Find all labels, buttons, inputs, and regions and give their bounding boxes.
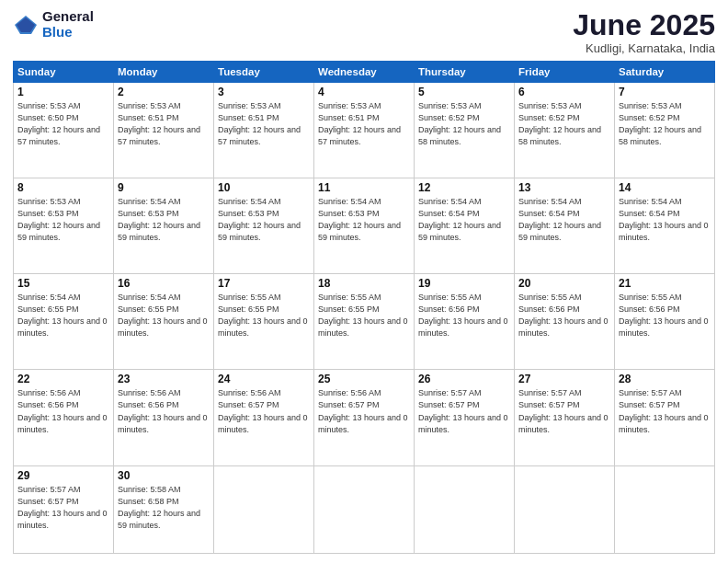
calendar-cell: 16Sunrise: 5:54 AMSunset: 6:55 PMDayligh…	[114, 274, 214, 370]
col-saturday: Saturday	[615, 62, 715, 83]
day-info: Sunrise: 5:54 AMSunset: 6:55 PMDaylight:…	[118, 293, 208, 338]
calendar-cell: 28Sunrise: 5:57 AMSunset: 6:57 PMDayligh…	[615, 370, 715, 465]
calendar-cell: 22Sunrise: 5:56 AMSunset: 6:56 PMDayligh…	[14, 370, 114, 465]
day-number: 5	[418, 86, 510, 98]
col-monday: Monday	[114, 62, 214, 83]
day-info: Sunrise: 5:56 AMSunset: 6:56 PMDaylight:…	[118, 388, 208, 433]
calendar-cell: 7Sunrise: 5:53 AMSunset: 6:52 PMDaylight…	[615, 83, 715, 178]
day-info: Sunrise: 5:57 AMSunset: 6:57 PMDaylight:…	[518, 388, 609, 433]
calendar-cell: 20Sunrise: 5:55 AMSunset: 6:56 PMDayligh…	[515, 274, 615, 370]
calendar-week-5: 29Sunrise: 5:57 AMSunset: 6:57 PMDayligh…	[14, 465, 715, 554]
day-number: 27	[518, 373, 610, 385]
col-tuesday: Tuesday	[214, 62, 314, 83]
calendar-cell	[615, 465, 715, 554]
calendar-cell: 19Sunrise: 5:55 AMSunset: 6:56 PMDayligh…	[415, 274, 515, 370]
day-info: Sunrise: 5:53 AMSunset: 6:52 PMDaylight:…	[418, 101, 501, 146]
calendar-cell	[214, 465, 314, 554]
day-number: 1	[17, 86, 109, 98]
calendar-cell: 8Sunrise: 5:53 AMSunset: 6:53 PMDaylight…	[14, 178, 114, 274]
logo-blue-text: Blue	[42, 25, 94, 40]
day-number: 23	[118, 373, 210, 385]
day-info: Sunrise: 5:54 AMSunset: 6:53 PMDaylight:…	[318, 197, 401, 242]
day-info: Sunrise: 5:54 AMSunset: 6:53 PMDaylight:…	[218, 197, 301, 242]
day-info: Sunrise: 5:55 AMSunset: 6:55 PMDaylight:…	[318, 293, 408, 338]
day-info: Sunrise: 5:54 AMSunset: 6:53 PMDaylight:…	[118, 197, 200, 242]
calendar-cell: 6Sunrise: 5:53 AMSunset: 6:52 PMDaylight…	[515, 83, 615, 178]
calendar-cell: 12Sunrise: 5:54 AMSunset: 6:54 PMDayligh…	[415, 178, 515, 274]
calendar-cell: 26Sunrise: 5:57 AMSunset: 6:57 PMDayligh…	[415, 370, 515, 465]
day-number: 20	[518, 277, 610, 290]
day-info: Sunrise: 5:55 AMSunset: 6:55 PMDaylight:…	[218, 293, 308, 338]
calendar-cell: 3Sunrise: 5:53 AMSunset: 6:51 PMDaylight…	[214, 83, 314, 178]
col-sunday: Sunday	[14, 62, 114, 83]
day-number: 6	[518, 86, 610, 98]
calendar-cell: 4Sunrise: 5:53 AMSunset: 6:51 PMDaylight…	[314, 83, 415, 178]
day-number: 26	[418, 373, 510, 385]
header-row: Sunday Monday Tuesday Wednesday Thursday…	[14, 62, 715, 83]
calendar-cell: 9Sunrise: 5:54 AMSunset: 6:53 PMDaylight…	[114, 178, 214, 274]
day-info: Sunrise: 5:57 AMSunset: 6:57 PMDaylight:…	[17, 485, 108, 530]
day-number: 22	[17, 373, 109, 385]
day-info: Sunrise: 5:56 AMSunset: 6:57 PMDaylight:…	[318, 388, 408, 433]
calendar-cell	[314, 465, 415, 554]
calendar-cell: 30Sunrise: 5:58 AMSunset: 6:58 PMDayligh…	[114, 465, 214, 554]
day-number: 4	[318, 86, 410, 98]
day-number: 19	[418, 277, 510, 290]
day-info: Sunrise: 5:55 AMSunset: 6:56 PMDaylight:…	[619, 293, 709, 338]
calendar-cell: 29Sunrise: 5:57 AMSunset: 6:57 PMDayligh…	[14, 465, 114, 554]
day-info: Sunrise: 5:54 AMSunset: 6:55 PMDaylight:…	[17, 293, 108, 338]
day-info: Sunrise: 5:53 AMSunset: 6:53 PMDaylight:…	[17, 197, 100, 242]
calendar-cell: 13Sunrise: 5:54 AMSunset: 6:54 PMDayligh…	[515, 178, 615, 274]
day-number: 28	[619, 373, 711, 385]
day-number: 25	[318, 373, 410, 385]
day-number: 7	[619, 86, 711, 98]
day-info: Sunrise: 5:54 AMSunset: 6:54 PMDaylight:…	[518, 197, 601, 242]
calendar-week-2: 8Sunrise: 5:53 AMSunset: 6:53 PMDaylight…	[14, 178, 715, 274]
title-section: June 2025 Kudligi, Karnataka, India	[573, 9, 715, 55]
calendar-cell: 1Sunrise: 5:53 AMSunset: 6:50 PMDaylight…	[14, 83, 114, 178]
calendar-cell: 15Sunrise: 5:54 AMSunset: 6:55 PMDayligh…	[14, 274, 114, 370]
calendar-cell: 25Sunrise: 5:56 AMSunset: 6:57 PMDayligh…	[314, 370, 415, 465]
day-number: 29	[17, 469, 109, 482]
logo-general-text: General	[42, 9, 94, 25]
calendar-cell: 10Sunrise: 5:54 AMSunset: 6:53 PMDayligh…	[214, 178, 314, 274]
logo-icon	[13, 12, 39, 38]
day-number: 14	[619, 181, 711, 194]
day-info: Sunrise: 5:54 AMSunset: 6:54 PMDaylight:…	[619, 197, 709, 242]
calendar-cell	[515, 465, 615, 554]
calendar-cell: 14Sunrise: 5:54 AMSunset: 6:54 PMDayligh…	[615, 178, 715, 274]
day-number: 8	[17, 181, 109, 194]
top-section: General Blue June 2025 Kudligi, Karnatak…	[13, 9, 715, 55]
day-info: Sunrise: 5:53 AMSunset: 6:51 PMDaylight:…	[118, 101, 200, 146]
calendar-week-3: 15Sunrise: 5:54 AMSunset: 6:55 PMDayligh…	[14, 274, 715, 370]
day-number: 3	[218, 86, 310, 98]
day-number: 17	[218, 277, 310, 290]
calendar-cell: 2Sunrise: 5:53 AMSunset: 6:51 PMDaylight…	[114, 83, 214, 178]
day-number: 11	[318, 181, 410, 194]
day-info: Sunrise: 5:53 AMSunset: 6:52 PMDaylight:…	[518, 101, 601, 146]
day-number: 24	[218, 373, 310, 385]
logo: General Blue	[13, 9, 94, 40]
calendar-week-1: 1Sunrise: 5:53 AMSunset: 6:50 PMDaylight…	[14, 83, 715, 178]
day-info: Sunrise: 5:54 AMSunset: 6:54 PMDaylight:…	[418, 197, 501, 242]
page: General Blue June 2025 Kudligi, Karnatak…	[0, 0, 728, 563]
day-info: Sunrise: 5:57 AMSunset: 6:57 PMDaylight:…	[418, 388, 508, 433]
day-number: 30	[118, 469, 210, 482]
day-number: 15	[17, 277, 109, 290]
day-number: 9	[118, 181, 210, 194]
day-info: Sunrise: 5:53 AMSunset: 6:51 PMDaylight:…	[318, 101, 401, 146]
day-number: 13	[518, 181, 610, 194]
col-friday: Friday	[515, 62, 615, 83]
day-number: 2	[118, 86, 210, 98]
calendar-week-4: 22Sunrise: 5:56 AMSunset: 6:56 PMDayligh…	[14, 370, 715, 465]
day-info: Sunrise: 5:53 AMSunset: 6:50 PMDaylight:…	[17, 101, 100, 146]
day-number: 18	[318, 277, 410, 290]
calendar-cell: 23Sunrise: 5:56 AMSunset: 6:56 PMDayligh…	[114, 370, 214, 465]
calendar-cell: 17Sunrise: 5:55 AMSunset: 6:55 PMDayligh…	[214, 274, 314, 370]
col-wednesday: Wednesday	[314, 62, 415, 83]
calendar-cell: 11Sunrise: 5:54 AMSunset: 6:53 PMDayligh…	[314, 178, 415, 274]
day-number: 21	[619, 277, 711, 290]
day-info: Sunrise: 5:58 AMSunset: 6:58 PMDaylight:…	[118, 485, 200, 530]
calendar-cell: 21Sunrise: 5:55 AMSunset: 6:56 PMDayligh…	[615, 274, 715, 370]
calendar-cell: 24Sunrise: 5:56 AMSunset: 6:57 PMDayligh…	[214, 370, 314, 465]
